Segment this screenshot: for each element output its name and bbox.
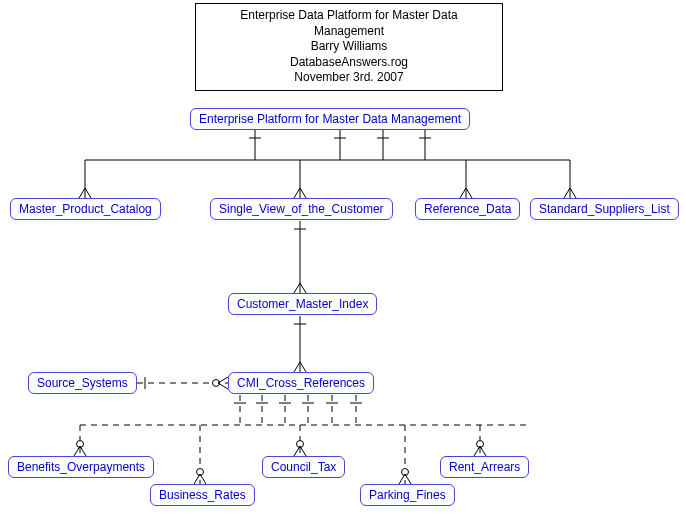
entity-master-product-catalog: Master_Product_Catalog: [10, 198, 161, 220]
entity-benefits-overpayments: Benefits_Overpayments: [8, 456, 154, 478]
entity-customer-master-index: Customer_Master_Index: [228, 293, 377, 315]
entity-council-tax: Council_Tax: [262, 456, 345, 478]
title-line3: DatabaseAnswers.rog: [204, 55, 494, 71]
svg-point-38: [297, 441, 304, 448]
title-line4: November 3rd. 2007: [204, 70, 494, 86]
entity-reference-data: Reference_Data: [415, 198, 520, 220]
entity-parking-fines: Parking_Fines: [360, 484, 455, 506]
entity-source-systems: Source_Systems: [28, 372, 137, 394]
svg-point-19: [213, 380, 220, 387]
entity-single-view-customer: Single_View_of_the_Customer: [210, 198, 393, 220]
entity-standard-suppliers: Standard_Suppliers_List: [530, 198, 679, 220]
entity-root: Enterprise Platform for Master Data Mana…: [190, 108, 470, 130]
title-line2: Barry Williams: [204, 39, 494, 55]
svg-point-40: [402, 469, 409, 476]
svg-point-34: [77, 441, 84, 448]
svg-point-42: [477, 441, 484, 448]
entity-cmi-cross-references: CMI_Cross_References: [228, 372, 374, 394]
title-box: Enterprise Data Platform for Master Data…: [195, 3, 503, 91]
title-line1: Enterprise Data Platform for Master Data…: [204, 8, 494, 39]
entity-business-rates: Business_Rates: [150, 484, 255, 506]
entity-rent-arrears: Rent_Arrears: [440, 456, 529, 478]
svg-point-36: [197, 469, 204, 476]
